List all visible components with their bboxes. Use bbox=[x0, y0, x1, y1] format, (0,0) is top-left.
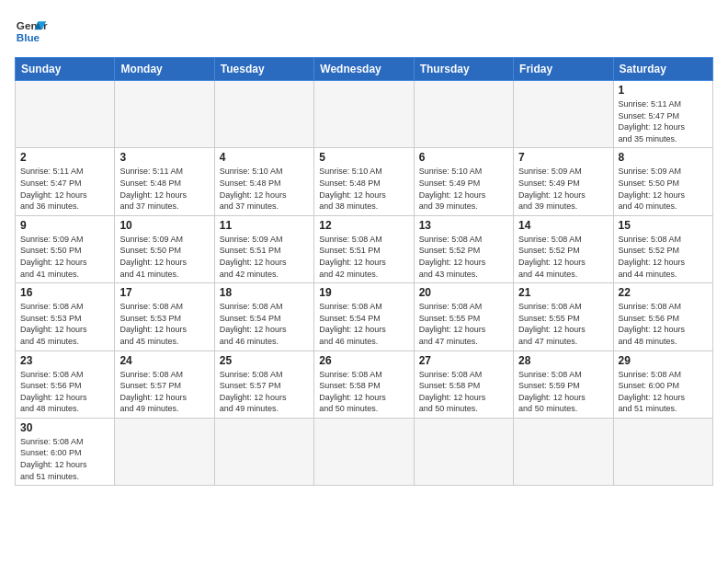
calendar-row-4: 23Sunrise: 5:08 AM Sunset: 5:56 PM Dayli… bbox=[16, 350, 713, 418]
day-number-24: 24 bbox=[119, 354, 209, 367]
calendar-cell-23: 23Sunrise: 5:08 AM Sunset: 5:56 PM Dayli… bbox=[16, 350, 115, 418]
calendar-cell-7: 7Sunrise: 5:09 AM Sunset: 5:49 PM Daylig… bbox=[514, 148, 613, 215]
day-info-14: Sunrise: 5:08 AM Sunset: 5:52 PM Dayligh… bbox=[518, 234, 608, 280]
day-info-20: Sunrise: 5:08 AM Sunset: 5:55 PM Dayligh… bbox=[419, 301, 508, 347]
calendar-cell-empty-end-1 bbox=[115, 418, 214, 485]
calendar-cell-9: 9Sunrise: 5:09 AM Sunset: 5:50 PM Daylig… bbox=[16, 215, 115, 282]
day-info-8: Sunrise: 5:09 AM Sunset: 5:50 PM Dayligh… bbox=[619, 166, 708, 212]
calendar-cell-26: 26Sunrise: 5:08 AM Sunset: 5:58 PM Dayli… bbox=[314, 350, 414, 418]
weekday-header-monday: Monday bbox=[115, 58, 214, 81]
day-info-16: Sunrise: 5:08 AM Sunset: 5:53 PM Dayligh… bbox=[20, 301, 109, 347]
calendar-row-5: 30Sunrise: 5:08 AM Sunset: 6:00 PM Dayli… bbox=[16, 418, 713, 485]
day-info-12: Sunrise: 5:08 AM Sunset: 5:51 PM Dayligh… bbox=[319, 234, 408, 280]
day-info-17: Sunrise: 5:08 AM Sunset: 5:53 PM Dayligh… bbox=[119, 301, 209, 347]
day-number-19: 19 bbox=[319, 286, 408, 299]
day-number-3: 3 bbox=[119, 151, 209, 164]
day-info-19: Sunrise: 5:08 AM Sunset: 5:54 PM Dayligh… bbox=[319, 301, 408, 347]
calendar-cell-12: 12Sunrise: 5:08 AM Sunset: 5:51 PM Dayli… bbox=[314, 215, 414, 282]
day-info-30: Sunrise: 5:08 AM Sunset: 6:00 PM Dayligh… bbox=[20, 436, 109, 482]
day-number-29: 29 bbox=[619, 354, 708, 367]
calendar-cell-5: 5Sunrise: 5:10 AM Sunset: 5:48 PM Daylig… bbox=[314, 148, 414, 215]
day-number-8: 8 bbox=[619, 151, 708, 164]
day-number-11: 11 bbox=[220, 219, 309, 232]
weekday-header-saturday: Saturday bbox=[613, 58, 712, 81]
day-number-2: 2 bbox=[20, 151, 109, 164]
day-info-29: Sunrise: 5:08 AM Sunset: 6:00 PM Dayligh… bbox=[619, 369, 708, 415]
day-info-26: Sunrise: 5:08 AM Sunset: 5:58 PM Dayligh… bbox=[319, 369, 408, 415]
calendar-cell-24: 24Sunrise: 5:08 AM Sunset: 5:57 PM Dayli… bbox=[115, 350, 214, 418]
weekday-header-tuesday: Tuesday bbox=[214, 58, 313, 81]
calendar-cell-29: 29Sunrise: 5:08 AM Sunset: 6:00 PM Dayli… bbox=[613, 350, 712, 418]
day-number-7: 7 bbox=[518, 151, 608, 164]
day-number-27: 27 bbox=[419, 354, 508, 367]
calendar-table: SundayMondayTuesdayWednesdayThursdayFrid… bbox=[15, 57, 713, 486]
calendar-cell-11: 11Sunrise: 5:09 AM Sunset: 5:51 PM Dayli… bbox=[214, 215, 313, 282]
day-info-18: Sunrise: 5:08 AM Sunset: 5:54 PM Dayligh… bbox=[220, 301, 309, 347]
calendar-row-1: 2Sunrise: 5:11 AM Sunset: 5:47 PM Daylig… bbox=[16, 148, 713, 215]
day-info-1: Sunrise: 5:11 AM Sunset: 5:47 PM Dayligh… bbox=[619, 98, 708, 144]
svg-text:Blue: Blue bbox=[17, 31, 40, 43]
day-number-14: 14 bbox=[518, 219, 608, 232]
day-info-10: Sunrise: 5:09 AM Sunset: 5:50 PM Dayligh… bbox=[119, 234, 209, 280]
calendar-cell-empty-end-2 bbox=[214, 418, 313, 485]
calendar-cell-22: 22Sunrise: 5:08 AM Sunset: 5:56 PM Dayli… bbox=[613, 283, 712, 350]
calendar-cell-empty-2 bbox=[214, 81, 313, 148]
calendar-cell-1: 1Sunrise: 5:11 AM Sunset: 5:47 PM Daylig… bbox=[613, 81, 712, 148]
calendar-cell-20: 20Sunrise: 5:08 AM Sunset: 5:55 PM Dayli… bbox=[414, 283, 513, 350]
calendar-cell-empty-4 bbox=[414, 81, 513, 148]
weekday-header-sunday: Sunday bbox=[16, 58, 115, 81]
day-number-21: 21 bbox=[518, 286, 608, 299]
day-info-27: Sunrise: 5:08 AM Sunset: 5:58 PM Dayligh… bbox=[419, 369, 508, 415]
day-info-4: Sunrise: 5:10 AM Sunset: 5:48 PM Dayligh… bbox=[220, 166, 309, 212]
day-info-2: Sunrise: 5:11 AM Sunset: 5:47 PM Dayligh… bbox=[20, 166, 109, 212]
calendar-cell-empty-0 bbox=[16, 81, 115, 148]
calendar-cell-14: 14Sunrise: 5:08 AM Sunset: 5:52 PM Dayli… bbox=[514, 215, 613, 282]
day-info-28: Sunrise: 5:08 AM Sunset: 5:59 PM Dayligh… bbox=[518, 369, 608, 415]
day-number-17: 17 bbox=[119, 286, 209, 299]
day-info-13: Sunrise: 5:08 AM Sunset: 5:52 PM Dayligh… bbox=[419, 234, 508, 280]
calendar-row-3: 16Sunrise: 5:08 AM Sunset: 5:53 PM Dayli… bbox=[16, 283, 713, 350]
day-number-5: 5 bbox=[319, 151, 408, 164]
day-number-20: 20 bbox=[419, 286, 508, 299]
day-info-11: Sunrise: 5:09 AM Sunset: 5:51 PM Dayligh… bbox=[220, 234, 309, 280]
calendar-cell-3: 3Sunrise: 5:11 AM Sunset: 5:48 PM Daylig… bbox=[115, 148, 214, 215]
calendar-cell-empty-end-6 bbox=[613, 418, 712, 485]
calendar-cell-27: 27Sunrise: 5:08 AM Sunset: 5:58 PM Dayli… bbox=[414, 350, 513, 418]
day-info-9: Sunrise: 5:09 AM Sunset: 5:50 PM Dayligh… bbox=[20, 234, 109, 280]
day-number-6: 6 bbox=[419, 151, 508, 164]
day-info-5: Sunrise: 5:10 AM Sunset: 5:48 PM Dayligh… bbox=[319, 166, 408, 212]
day-info-22: Sunrise: 5:08 AM Sunset: 5:56 PM Dayligh… bbox=[619, 301, 708, 347]
calendar-cell-18: 18Sunrise: 5:08 AM Sunset: 5:54 PM Dayli… bbox=[214, 283, 313, 350]
day-number-15: 15 bbox=[619, 219, 708, 232]
calendar-row-2: 9Sunrise: 5:09 AM Sunset: 5:50 PM Daylig… bbox=[16, 215, 713, 282]
header: General Blue bbox=[15, 15, 713, 48]
day-number-30: 30 bbox=[20, 421, 109, 434]
weekday-header-wednesday: Wednesday bbox=[314, 58, 414, 81]
calendar-cell-10: 10Sunrise: 5:09 AM Sunset: 5:50 PM Dayli… bbox=[115, 215, 214, 282]
day-number-26: 26 bbox=[319, 354, 408, 367]
calendar-cell-30: 30Sunrise: 5:08 AM Sunset: 6:00 PM Dayli… bbox=[16, 418, 115, 485]
day-number-22: 22 bbox=[619, 286, 708, 299]
day-number-28: 28 bbox=[518, 354, 608, 367]
calendar-cell-empty-1 bbox=[115, 81, 214, 148]
day-info-21: Sunrise: 5:08 AM Sunset: 5:55 PM Dayligh… bbox=[518, 301, 608, 347]
calendar-cell-25: 25Sunrise: 5:08 AM Sunset: 5:57 PM Dayli… bbox=[214, 350, 313, 418]
day-number-1: 1 bbox=[619, 84, 708, 97]
day-info-15: Sunrise: 5:08 AM Sunset: 5:52 PM Dayligh… bbox=[619, 234, 708, 280]
logo: General Blue bbox=[15, 15, 48, 48]
calendar-cell-empty-end-4 bbox=[414, 418, 513, 485]
calendar-row-0: 1Sunrise: 5:11 AM Sunset: 5:47 PM Daylig… bbox=[16, 81, 713, 148]
day-number-4: 4 bbox=[220, 151, 309, 164]
weekday-header-row: SundayMondayTuesdayWednesdayThursdayFrid… bbox=[16, 58, 713, 81]
calendar-cell-13: 13Sunrise: 5:08 AM Sunset: 5:52 PM Dayli… bbox=[414, 215, 513, 282]
calendar-cell-6: 6Sunrise: 5:10 AM Sunset: 5:49 PM Daylig… bbox=[414, 148, 513, 215]
day-info-6: Sunrise: 5:10 AM Sunset: 5:49 PM Dayligh… bbox=[419, 166, 508, 212]
day-number-18: 18 bbox=[220, 286, 309, 299]
calendar-cell-2: 2Sunrise: 5:11 AM Sunset: 5:47 PM Daylig… bbox=[16, 148, 115, 215]
calendar-cell-empty-end-3 bbox=[314, 418, 414, 485]
day-number-9: 9 bbox=[20, 219, 109, 232]
calendar-cell-8: 8Sunrise: 5:09 AM Sunset: 5:50 PM Daylig… bbox=[613, 148, 712, 215]
day-info-3: Sunrise: 5:11 AM Sunset: 5:48 PM Dayligh… bbox=[119, 166, 209, 212]
calendar-cell-16: 16Sunrise: 5:08 AM Sunset: 5:53 PM Dayli… bbox=[16, 283, 115, 350]
calendar-cell-empty-end-5 bbox=[514, 418, 613, 485]
